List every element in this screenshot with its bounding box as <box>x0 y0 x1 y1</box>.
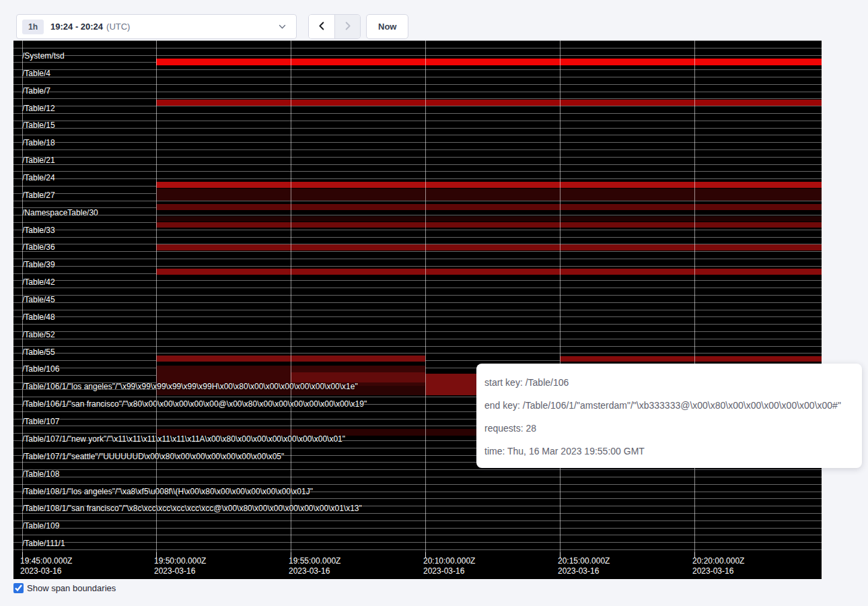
row-label: /Table/48 <box>22 312 55 322</box>
chevron-left-icon <box>317 21 327 33</box>
heat-band <box>156 59 822 65</box>
heat-band <box>156 100 822 106</box>
axis-tick-label: 19:50:00.000Z2023-03-16 <box>154 556 206 576</box>
row-label: /Table/18 <box>22 138 55 147</box>
hover-tooltip: start key: /Table/106 end key: /Table/10… <box>476 364 862 468</box>
vertical-gridline <box>425 40 426 552</box>
heat-band <box>560 356 822 362</box>
axis-tick-label: 20:20:00.000Z2023-03-16 <box>692 556 744 576</box>
row-label: /Table/15 <box>22 121 55 130</box>
row-label: /Table/107 <box>22 417 59 426</box>
vertical-gridline <box>694 40 695 552</box>
axis-tick-label: 19:45:00.000Z2023-03-16 <box>20 556 72 576</box>
row-label: /Table/107/1/"new york"/"\x11\x11\x11\x1… <box>22 434 345 444</box>
time-range-badge: 1h <box>22 20 44 34</box>
vertical-gridline <box>156 40 157 552</box>
row-label: /Table/106/1/"san francisco"/"\x80\x00\x… <box>22 399 367 409</box>
row-label: /Table/111/1 <box>22 539 65 548</box>
heat-band <box>156 216 822 222</box>
row-label: /Table/27 <box>22 191 55 200</box>
heat-band <box>156 204 822 210</box>
row-label: /Table/42 <box>22 277 55 287</box>
tooltip-start-key: start key: /Table/106 <box>484 371 853 394</box>
row-label: /Table/33 <box>22 226 55 235</box>
tooltip-requests: requests: 28 <box>484 417 853 440</box>
axis-tick-label: 20:15:00.000Z2023-03-16 <box>558 556 610 576</box>
row-label: /Table/55 <box>22 347 55 357</box>
row-label: /Table/109 <box>22 521 59 531</box>
heat-band <box>156 244 822 250</box>
row-label: /System/tsd <box>22 51 65 61</box>
row-label: /Table/108 <box>22 469 59 479</box>
row-label: /Table/45 <box>22 295 55 304</box>
row-label: /Table/108/1/"los angeles"/"\xa8\xf5\u00… <box>22 487 313 496</box>
heat-band <box>156 222 822 228</box>
heat-band <box>425 374 478 395</box>
row-label: /Table/24 <box>22 173 55 182</box>
row-label: /Table/106 <box>22 364 59 374</box>
time-axis: 19:45:00.000Z2023-03-1619:50:00.000Z2023… <box>13 552 822 579</box>
vertical-gridline <box>560 40 560 552</box>
heat-band <box>156 269 822 275</box>
row-label: /Table/108/1/"san francisco"/"\x8c\xcc\x… <box>22 504 362 513</box>
row-label: /Table/106/1/"los angeles"/"\x99\x99\x99… <box>22 382 358 391</box>
row-label: /Table/21 <box>22 156 55 165</box>
row-label: /Table/7 <box>22 86 50 96</box>
show-span-boundaries-control[interactable]: Show span boundaries <box>13 583 116 593</box>
chevron-down-icon <box>278 22 287 31</box>
tooltip-time: time: Thu, 16 Mar 2023 19:55:00 GMT <box>484 440 853 463</box>
chevron-right-icon <box>342 21 353 33</box>
heat-band <box>156 189 822 201</box>
axis-tick-label: 20:10:00.000Z2023-03-16 <box>423 556 475 576</box>
prev-range-button[interactable] <box>309 15 334 38</box>
heat-band <box>156 182 822 188</box>
time-range-timezone: (UTC) <box>106 22 130 32</box>
now-button[interactable]: Now <box>366 14 408 39</box>
axis-tick-label: 19:55:00.000Z2023-03-16 <box>289 556 340 576</box>
show-span-boundaries-checkbox[interactable] <box>13 583 24 593</box>
vertical-gridline <box>291 40 291 552</box>
key-visualizer-canvas[interactable]: /System/tsd/Table/4/Table/7/Table/12/Tab… <box>13 40 822 579</box>
heatmap-rows-area[interactable]: /System/tsd/Table/4/Table/7/Table/12/Tab… <box>13 40 822 552</box>
time-range-select[interactable]: 1h 19:24 - 20:24 (UTC) <box>16 14 297 39</box>
row-label: /NamespaceTable/30 <box>22 208 98 217</box>
time-nav-group <box>308 14 361 39</box>
show-span-boundaries-label: Show span boundaries <box>27 583 116 593</box>
heat-band <box>291 372 425 382</box>
next-range-button[interactable] <box>334 15 360 38</box>
tooltip-end-key: end key: /Table/106/1/"amsterdam"/"\xb33… <box>484 394 853 417</box>
row-label: /Table/36 <box>22 242 55 252</box>
row-label: /Table/107/1/"seattle"/"UUUUUUD\x00\x80\… <box>22 452 284 461</box>
row-label: /Table/12 <box>22 104 55 113</box>
row-label: /Table/52 <box>22 330 55 339</box>
key-visualizer-page: 1h 19:24 - 20:24 (UTC) Now /System/tsd/T… <box>0 0 868 606</box>
row-label: /Table/4 <box>22 69 50 78</box>
time-range-text: 19:24 - 20:24 <box>50 22 103 32</box>
row-label: /Table/39 <box>22 260 55 269</box>
